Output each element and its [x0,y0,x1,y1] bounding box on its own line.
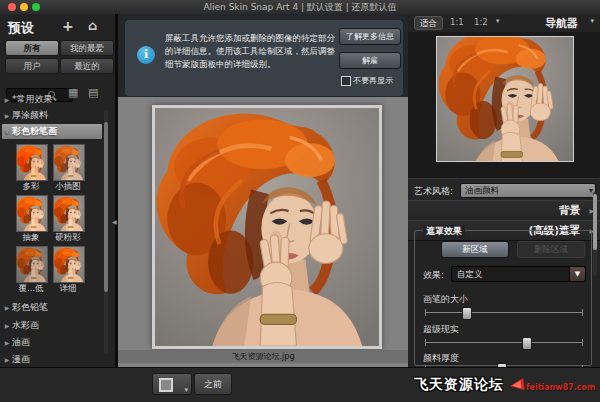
navigator-thumbnail[interactable] [436,36,574,162]
chevron-right-icon: ▶ [2,352,12,367]
navigator-area [408,32,600,178]
home-icon[interactable]: ⌂ [88,18,97,33]
category-label: 彩色铅笔 [12,302,48,312]
navigator-dropdown-icon[interactable]: ▾ [590,17,594,25]
window-title: Alien Skin Snap Art 4 | 默认设置 | 还原默认值 [0,0,600,14]
category-label: 彩色粉笔画 [12,126,57,136]
slider-thumb[interactable] [462,307,472,320]
category-common-effects[interactable]: ▶*常用效果 [2,92,102,107]
settings-panel: 适合 1:1 1:2 ▾ 导航器 ▾ 艺术风格: 油画颜料 ▾ 背景 ▶ (高级… [408,14,600,367]
category-oil-paint[interactable]: ▶油画 [2,335,102,350]
category-colored-pencil[interactable]: ▶彩色铅笔 [2,300,102,315]
filter-favorites-button[interactable]: 我的最爱 [60,40,114,56]
before-button[interactable]: 之前 [194,373,232,395]
collapse-panel-icon[interactable]: ◀ [112,218,117,225]
center-area: i 屏蔽工具允许您添加或删除的图像的特定部分 的详细信息。使用该工具绘制区域，然… [118,14,408,367]
category-label: *常用效果 [12,94,53,104]
preset-thumbnail[interactable] [16,144,48,181]
effect-label: 效果: [423,269,444,282]
zoom-1-1-button[interactable]: 1:1 [450,17,464,27]
chevron-right-icon: ▶ [2,318,12,333]
mask-effect-group: 遮罩效果 新区域 删除区域 效果: 自定义 ▼ 画笔的大小 超级现实 颜料厚度 [414,230,592,366]
filter-recent-button[interactable]: 最近的 [60,58,114,74]
zoom-1-2-button[interactable]: 1:2 [474,17,488,27]
preset-thumbnail[interactable] [16,195,48,232]
dont-show-label: 不要再显示 [353,75,393,86]
chevron-right-icon: ▶ [2,108,12,123]
learn-more-button[interactable]: 了解更多信息 [339,28,401,45]
settings-scrollbar[interactable] [593,192,597,276]
category-label: 漫画 [12,354,30,364]
preview-image [152,105,382,349]
delete-region-button: 删除区域 [517,241,585,258]
category-label: 水彩画 [12,320,39,330]
category-label: 厚涂颜料 [12,110,48,120]
art-style-value: 油画颜料 [465,185,499,195]
chevron-down-icon: ▾ [184,380,188,400]
preset-thumbnail[interactable] [53,246,85,283]
category-label: 油画 [12,337,30,347]
effect-dropdown[interactable]: 自定义 ▼ [451,266,586,282]
presets-panel: 预设 + ⌂ 所有 我的最爱 用户 最近的 ▦ ▤ ▶*常用效果 ▶厚涂颜料 ▼… [0,14,118,367]
category-pastel-selected[interactable]: ▼彩色粉笔画 [2,124,102,139]
navigator-title: 导航器 [545,16,578,31]
brush-size-slider[interactable] [425,307,583,318]
category-comics[interactable]: ▶漫画 [2,352,102,367]
super-realistic-slider[interactable] [425,337,583,348]
art-style-row: 艺术风格: 油画颜料 ▾ [408,178,600,201]
banner-line: 屏蔽工具允许您添加或删除的图像的特定部分 [165,32,337,45]
preset-thumbnail[interactable] [53,144,85,181]
banner-text: 屏蔽工具允许您添加或删除的图像的特定部分 的详细信息。使用该工具绘制区域，然后调… [165,32,337,71]
chevron-down-icon: ▼ [2,124,12,139]
category-watercolor[interactable]: ▶水彩画 [2,318,102,333]
preset-thumbnail[interactable] [16,246,48,283]
single-view-icon [159,378,173,392]
banner-line: 的详细信息。使用该工具绘制区域，然后调整 [165,45,337,58]
view-mode-button[interactable]: ▾ [152,373,192,395]
bottom-toolbar: ▾ 之前 ? ▾ 取消 [0,367,600,402]
preset-thumbnail[interactable] [53,195,85,232]
masking-info-banner: i 屏蔽工具允许您添加或删除的图像的特定部分 的详细信息。使用该工具绘制区域，然… [124,19,404,97]
info-icon: i [137,46,155,64]
mask-effect-title: 遮罩效果 [423,225,465,238]
preset-label: 详细 [46,283,90,295]
zoom-dropdown-icon[interactable]: ▾ [496,17,500,25]
new-region-button[interactable]: 新区域 [441,241,509,258]
dismiss-button[interactable]: 解雇 [339,52,401,69]
filter-all-button[interactable]: 所有 [5,40,59,56]
preset-label: 硬粉彩 [46,232,90,244]
preset-label: 小插图 [46,181,90,193]
filter-user-button[interactable]: 用户 [5,58,59,74]
chevron-right-icon: ▶ [2,300,12,315]
presets-title: 预设 [8,19,34,37]
preview-canvas[interactable]: 飞天资源论坛.jpg [118,97,408,367]
background-section-header[interactable]: 背景 ▶ [408,200,600,221]
titlebar: Alien Skin Snap Art 4 | 默认设置 | 还原默认值 [0,0,600,15]
effect-value: 自定义 [457,269,483,279]
section-title: 背景 [559,204,580,218]
dont-show-checkbox[interactable] [341,76,351,86]
art-style-dropdown[interactable]: 油画颜料 ▾ [460,183,596,198]
art-style-label: 艺术风格: [414,185,453,198]
filename-caption: 飞天资源论坛.jpg [118,350,408,363]
presets-scrollbar[interactable] [104,110,108,354]
zoom-fit-button[interactable]: 适合 [414,16,443,30]
chevron-down-icon: ▼ [569,267,585,281]
super-realistic-label: 超级现实 [423,323,459,336]
chevron-right-icon: ▶ [2,92,12,107]
slider-thumb[interactable] [522,337,532,350]
brush-size-label: 画笔的大小 [423,293,468,306]
category-impasto[interactable]: ▶厚涂颜料 [2,108,102,123]
add-preset-icon[interactable]: + [62,18,74,34]
chevron-right-icon: ▶ [2,335,12,350]
snap-art-window: Alien Skin Snap Art 4 | 默认设置 | 还原默认值 预设 … [0,0,600,402]
banner-line: 细节蒙版面板中的详细级别。 [165,58,337,71]
